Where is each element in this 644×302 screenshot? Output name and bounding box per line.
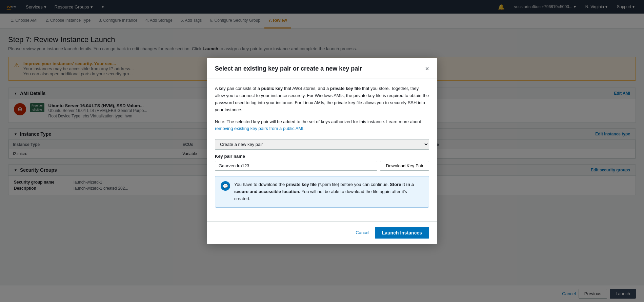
download-key-pair-button[interactable]: Download Key Pair: [380, 161, 429, 171]
modal-close-button[interactable]: ×: [425, 65, 429, 73]
modal-launch-button[interactable]: Launch Instances: [375, 227, 429, 239]
modal-info-box: 💬 You have to download the private key f…: [215, 176, 429, 207]
modal-note: Note: The selected key pair will be adde…: [215, 118, 429, 133]
modal-cancel-button[interactable]: Cancel: [356, 230, 369, 235]
info-text: You have to download the private key fil…: [234, 181, 423, 202]
key-pair-name-label: Key pair name: [215, 154, 429, 159]
modal-description: A key pair consists of a public key that…: [215, 85, 429, 113]
key-pair-input-row: Download Key Pair: [215, 161, 429, 171]
modal-overlay[interactable]: Select an existing key pair or create a …: [0, 0, 644, 300]
key-pair-link[interactable]: removing existing key pairs from a publi…: [215, 126, 303, 131]
key-pair-name-input[interactable]: [215, 161, 377, 171]
modal-footer: Cancel Launch Instances: [207, 221, 437, 244]
modal-header: Select an existing key pair or create a …: [207, 58, 437, 78]
modal-title: Select an existing key pair or create a …: [215, 65, 362, 72]
info-chat-icon: 💬: [221, 181, 230, 191]
key-pair-type-select[interactable]: Create a new key pair: [215, 139, 429, 150]
key-pair-modal: Select an existing key pair or create a …: [207, 58, 437, 244]
modal-body: A key pair consists of a public key that…: [207, 78, 437, 221]
